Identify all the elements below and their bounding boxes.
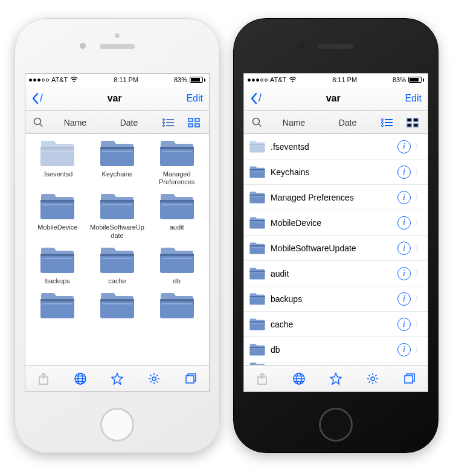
folder-label: .fseventsd (271, 142, 397, 152)
action-button[interactable] (31, 370, 56, 388)
folder-grid-item[interactable] (28, 291, 88, 323)
favorites-button[interactable] (324, 370, 348, 388)
folder-list-row[interactable]: audit i 〉 (244, 261, 428, 286)
svg-point-66 (381, 124, 383, 126)
edit-button[interactable]: Edit (405, 93, 422, 104)
list-icon (162, 118, 175, 127)
info-button[interactable]: i (397, 242, 411, 255)
folder-label: Keychains (102, 170, 133, 178)
phone-frame-white: AT&T 8:11 PM 83% / var Edit (14, 18, 220, 453)
svg-rect-91 (249, 296, 265, 297)
back-label: / (259, 92, 262, 105)
search-icon (252, 117, 262, 127)
list-view-button[interactable] (376, 114, 399, 131)
folder-grid-item[interactable]: MobileSoftwareUpdate (88, 192, 147, 239)
grid-view-button[interactable] (401, 114, 424, 131)
folder-grid-item[interactable] (147, 291, 207, 323)
list-icon (381, 118, 394, 127)
folder-grid-item[interactable]: MobileDevice (28, 192, 88, 239)
settings-button[interactable] (142, 370, 166, 388)
sort-by-name-button[interactable]: Name (268, 115, 320, 130)
info-button[interactable]: i (397, 343, 411, 356)
folder-icon (158, 246, 196, 275)
folder-label: MobileSoftwareUpdate (271, 243, 397, 253)
earpiece-speaker (318, 44, 353, 49)
info-button[interactable]: i (397, 166, 411, 179)
sort-by-date-button[interactable]: Date (322, 115, 373, 130)
windows-button[interactable] (179, 370, 203, 388)
back-button[interactable]: / (250, 92, 262, 105)
folder-list-row[interactable]: backups i 〉 (244, 286, 428, 312)
svg-rect-36 (102, 258, 132, 259)
svg-rect-33 (42, 258, 72, 259)
search-button[interactable] (248, 117, 266, 127)
svg-rect-98 (251, 349, 265, 349)
home-button[interactable] (100, 408, 134, 442)
grid-view-button[interactable] (182, 114, 205, 131)
folder-list-row[interactable]: db i 〉 (244, 337, 428, 362)
svg-rect-15 (42, 151, 72, 152)
sort-by-name-button[interactable]: Name (50, 115, 101, 130)
folder-icon (98, 139, 136, 168)
favorites-button[interactable] (105, 370, 129, 388)
edit-button[interactable]: Edit (186, 93, 203, 104)
carrier-label: AT&T (51, 76, 68, 83)
tab-bar (244, 365, 428, 391)
sort-by-date-button[interactable]: Date (103, 115, 155, 130)
folder-grid-item[interactable]: Managed Preferences (147, 139, 207, 186)
folder-list-row[interactable]: Keychains i 〉 (244, 159, 428, 185)
folder-label: audit (271, 269, 397, 278)
network-button[interactable] (68, 370, 92, 388)
info-button[interactable]: i (397, 267, 411, 280)
folder-list-row[interactable]: .fseventsd i 〉 (244, 134, 428, 159)
info-button[interactable]: i (397, 140, 411, 153)
svg-rect-73 (249, 144, 265, 145)
content-area-grid[interactable]: .fseventsd Keychains Managed Preferences… (25, 134, 209, 365)
folder-list-row[interactable]: cache i 〉 (244, 312, 428, 337)
home-button[interactable] (319, 408, 353, 442)
folder-icon (39, 139, 76, 168)
folder-grid: .fseventsd Keychains Managed Preferences… (25, 134, 209, 327)
folder-grid-item[interactable]: db (147, 246, 207, 285)
svg-rect-48 (162, 303, 192, 304)
battery-icon (190, 77, 205, 83)
folder-list-row[interactable]: MobileSoftwareUpdate i 〉 (244, 236, 428, 261)
folder-icon (249, 242, 266, 255)
nav-title: var (108, 93, 122, 104)
battery-fill (191, 78, 200, 82)
folder-icon (158, 192, 196, 221)
list-view-button[interactable] (157, 114, 180, 131)
info-button[interactable]: i (397, 292, 411, 306)
chevron-right-icon: 〉 (414, 344, 423, 355)
share-icon (255, 372, 269, 385)
svg-rect-85 (249, 245, 265, 246)
info-button[interactable]: i (397, 191, 411, 204)
back-button[interactable]: / (31, 92, 43, 105)
phone-frame-black: AT&T 8:11 PM 83% / var Edit (233, 18, 439, 453)
windows-icon (403, 372, 416, 385)
folder-list-row[interactable]: MobileDevice i 〉 (244, 210, 428, 236)
folder-list-row[interactable]: Managed Preferences i 〉 (244, 185, 428, 210)
info-button[interactable]: i (397, 216, 411, 230)
earpiece-speaker (100, 44, 135, 49)
front-camera (80, 43, 86, 49)
folder-grid-item[interactable]: audit (147, 192, 207, 239)
svg-rect-11 (188, 124, 193, 127)
search-button[interactable] (29, 117, 47, 127)
folder-grid-item[interactable]: .fseventsd (28, 139, 88, 186)
svg-rect-69 (414, 118, 418, 121)
folder-grid-item[interactable]: backups (28, 246, 88, 285)
content-area-list[interactable]: .fseventsd i 〉 Keychains i 〉 Managed Pre… (244, 134, 428, 365)
folder-grid-item[interactable] (88, 291, 147, 323)
svg-rect-34 (100, 254, 134, 273)
settings-button[interactable] (361, 370, 385, 388)
network-button[interactable] (287, 370, 311, 388)
folder-list: .fseventsd i 〉 Keychains i 〉 Managed Pre… (244, 134, 428, 365)
action-button[interactable] (250, 370, 274, 388)
folder-label: Managed Preferences (271, 193, 397, 202)
folder-grid-item[interactable]: cache (88, 246, 147, 285)
folder-label: audit (170, 224, 184, 231)
windows-button[interactable] (397, 370, 422, 388)
folder-grid-item[interactable]: Keychains (88, 139, 147, 186)
info-button[interactable]: i (397, 318, 411, 331)
